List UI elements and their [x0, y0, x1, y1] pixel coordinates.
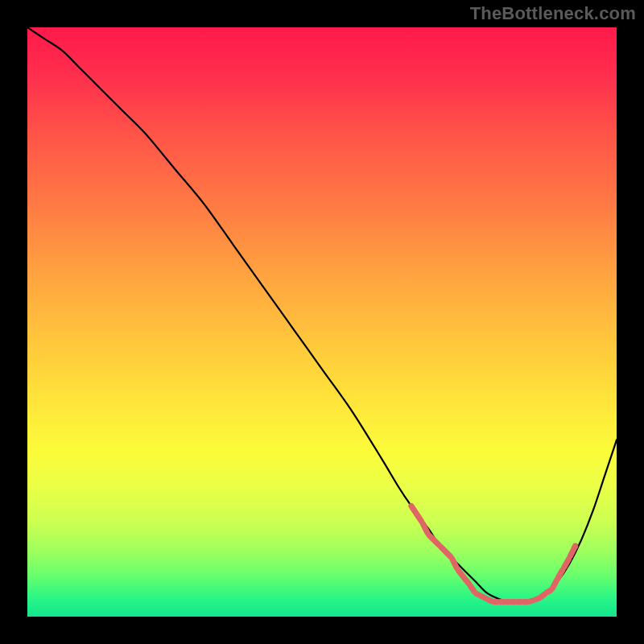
chart-frame: TheBottleneck.com	[0, 0, 644, 644]
highlight-dash	[411, 506, 421, 522]
highlight-dash	[477, 594, 485, 599]
highlight-dash	[530, 601, 532, 601]
highlight-dash	[547, 590, 551, 592]
highlight-dash	[559, 570, 563, 577]
highlight-dash	[429, 535, 439, 545]
plot-area	[27, 27, 617, 617]
highlight-dash	[423, 524, 427, 533]
highlight-dash	[535, 598, 539, 599]
highlight-dash	[570, 547, 575, 556]
highlight-dash	[452, 559, 457, 568]
highlight-dash	[552, 580, 556, 588]
watermark-text: TheBottleneck.com	[470, 3, 636, 24]
highlight-markers	[411, 506, 578, 602]
bottleneck-curve	[27, 27, 617, 602]
highlight-dash	[564, 559, 568, 568]
highlight-dash	[489, 600, 492, 601]
chart-overlay-svg	[27, 27, 617, 617]
highlight-dash	[541, 594, 544, 597]
highlight-dot	[572, 543, 578, 549]
highlight-dash	[441, 547, 451, 557]
highlight-dash	[470, 585, 474, 592]
